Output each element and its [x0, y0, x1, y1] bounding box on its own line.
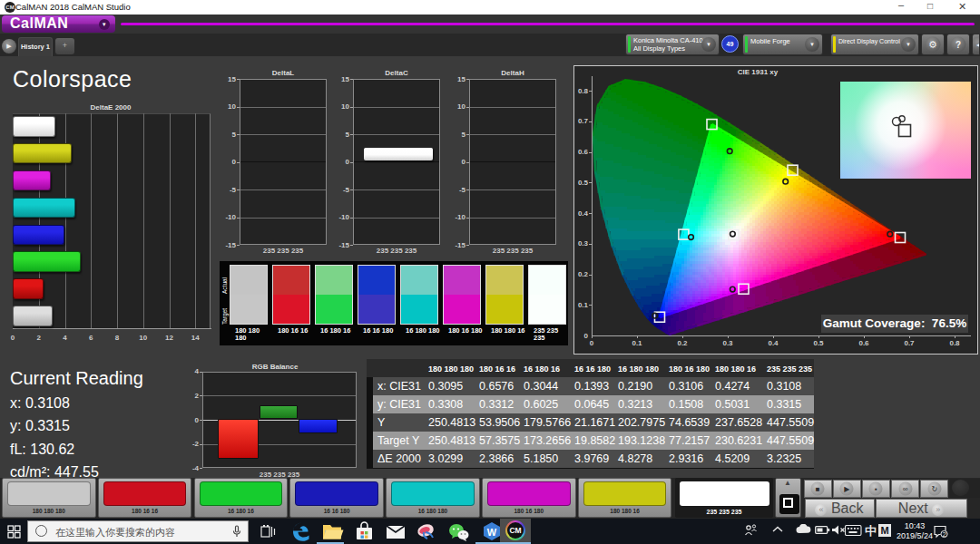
svg-text:W: W: [487, 527, 497, 538]
svg-text:2: 2: [942, 530, 946, 539]
